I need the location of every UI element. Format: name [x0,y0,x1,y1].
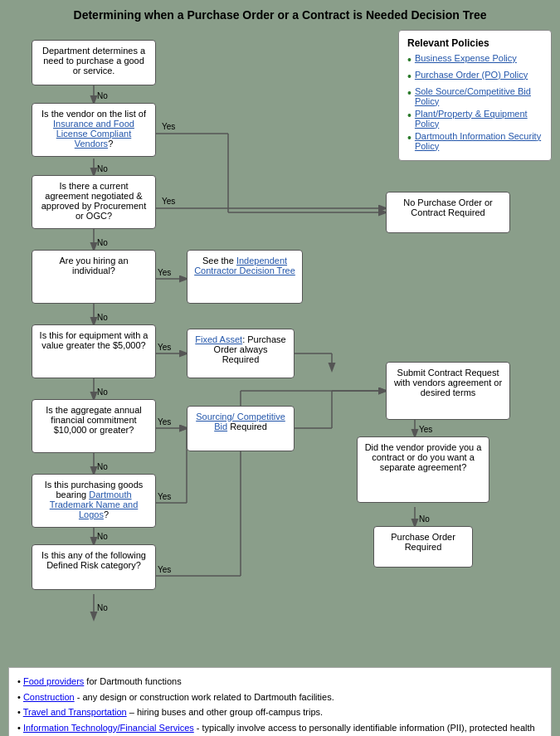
svg-text:No: No [97,164,108,173]
ind-contractor-box: See the Independent Contractor Decision … [187,250,303,304]
flow-wrapper: Relevant Policies Business Expense Polic… [8,30,552,660]
policy-link-1[interactable]: Business Expense Policy [415,53,517,63]
info-item-4: • Information Technology/Financial Servi… [17,721,543,737]
page-title: Determining when a Purchase Order or a C… [8,8,552,22]
page-container: Determining when a Purchase Order or a C… [0,0,560,736]
trademark-link[interactable]: Dartmouth Trademark Name and Logos [50,490,139,519]
policy-item-3: Sole Source/Competitive Bid Policy [407,86,543,106]
equipment-question-box: Is this for equipment with a value great… [32,324,156,378]
policy-link-3[interactable]: Sole Source/Competitive Bid Policy [415,86,543,106]
svg-text:No: No [97,532,108,541]
svg-text:Yes: Yes [158,492,171,501]
svg-text:Yes: Yes [419,425,432,434]
svg-text:No: No [97,238,108,247]
travel-link[interactable]: Travel and Transportation [23,707,127,717]
svg-text:No: No [97,313,108,322]
trademark-question-box: Is this purchasing goods bearing Dartmou… [32,474,156,528]
dept-box: Department determines a need to purchase… [32,40,156,85]
sourcing-link[interactable]: Sourcing/ Competitive Bid [196,412,285,431]
fixed-asset-box: Fixed Asset: Purchase Order always Requi… [187,329,295,378]
po-required-box: Purchase Order Required [373,526,473,568]
info-item-1: • Food providers for Dartmouth functions [17,675,543,689]
aggregate-question-box: Is the aggregate annual financial commit… [32,399,156,453]
vendor-contract-question-box: Did the vendor provide you a contract or… [357,436,489,503]
policies-list: Business Expense Policy Purchase Order (… [407,53,543,151]
svg-text:No: No [97,387,108,397]
svg-text:Yes: Yes [158,268,171,277]
svg-text:No: No [97,91,108,100]
svg-text:Yes: Yes [162,197,175,206]
svg-text:Yes: Yes [158,565,171,574]
fixed-asset-link[interactable]: Fixed Asset [195,334,242,344]
svg-text:Yes: Yes [158,417,171,426]
construction-link[interactable]: Construction [23,692,75,702]
info-box: • Food providers for Dartmouth functions… [8,667,552,736]
vendor-question-box: Is the vendor on the list of Insurance a… [32,103,156,157]
no-po-box: No Purchase Order or Contract Required [386,192,510,233]
policy-item-4: Plant/Property & Equipment Policy [407,109,543,129]
ind-contractor-link[interactable]: Independent Contractor Decision Tree [194,256,295,275]
svg-text:No: No [97,603,108,612]
insurance-food-link[interactable]: Insurance and Food License Compliant Ven… [53,119,134,149]
policy-link-2[interactable]: Purchase Order (PO) Policy [415,70,528,80]
policy-link-5[interactable]: Dartmouth Information Security Policy [415,131,543,151]
svg-text:No: No [419,514,430,524]
food-providers-link[interactable]: Food providers [23,676,84,686]
submit-contract-box: Submit Contract Request with vendors agr… [386,362,510,420]
policies-panel: Relevant Policies Business Expense Polic… [398,30,552,161]
svg-text:Yes: Yes [158,343,171,352]
policy-item-5: Dartmouth Information Security Policy [407,131,543,151]
sourcing-box: Sourcing/ Competitive Bid Required [187,406,295,451]
svg-text:Yes: Yes [162,122,175,131]
agreement-question-box: Is there a current agreement negotiated … [32,175,156,229]
defined-risk-question-box: Is this any of the following Defined Ris… [32,544,156,590]
policy-item-2: Purchase Order (PO) Policy [407,70,543,84]
info-item-3: • Travel and Transportation – hiring bus… [17,705,543,719]
individual-question-box: Are you hiring an individual? [32,250,156,304]
policy-item-1: Business Expense Policy [407,53,543,67]
policy-link-4[interactable]: Plant/Property & Equipment Policy [415,109,543,129]
policies-title: Relevant Policies [407,37,543,49]
svg-text:No: No [97,462,108,471]
it-financial-link[interactable]: Information Technology/Financial Service… [23,723,194,733]
info-item-2: • Construction - any design or construct… [17,690,543,704]
